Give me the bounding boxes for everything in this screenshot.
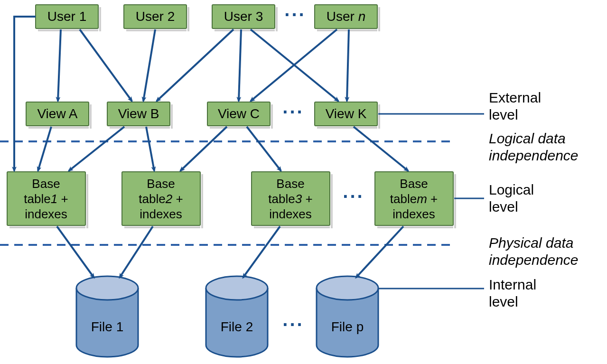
arrow-user3-viewc [239, 29, 241, 101]
svg-point-36 [76, 276, 138, 300]
physical-independence-label-1: Physical data [489, 235, 573, 251]
table-1-line2: table1 + [24, 192, 68, 206]
view-k-box: View K [315, 102, 380, 129]
logical-level-label-2: level [489, 199, 518, 215]
external-level-label-2: level [489, 107, 518, 122]
table-3-line3: indexes [269, 207, 312, 221]
svg-rect-5 [187, 7, 189, 31]
arrow-viewk-tablem [354, 127, 408, 171]
arrow-tablem-filep [356, 226, 403, 278]
svg-rect-17 [171, 104, 173, 129]
svg-rect-8 [276, 7, 278, 31]
view-a-label: View A [37, 106, 77, 121]
table-2-line3: indexes [140, 207, 182, 221]
arrow-viewb-table1 [69, 127, 124, 171]
arrow-user1-viewb [80, 29, 132, 101]
arrow-usern-viewk [347, 29, 349, 101]
arrow-viewc-table2 [180, 127, 227, 171]
svg-rect-28 [124, 226, 200, 228]
view-c-box: View C [207, 102, 273, 129]
table-1-line1: Base [32, 177, 60, 191]
svg-rect-13 [28, 127, 89, 129]
user-2-label: User 2 [136, 9, 175, 24]
table-2-line1: Base [147, 177, 175, 191]
svg-rect-22 [317, 127, 377, 129]
svg-rect-16 [110, 127, 170, 129]
file-p-cylinder: File p [317, 276, 378, 357]
user-1-box: User 1 [36, 5, 101, 31]
view-c-label: View C [218, 106, 260, 121]
svg-rect-34 [377, 226, 453, 228]
file-1-label: File 1 [91, 319, 123, 334]
svg-point-38 [317, 276, 378, 300]
arrow-table2-file1 [120, 226, 153, 278]
svg-rect-10 [317, 29, 377, 31]
base-table-m-box: Base tablem + indexes [375, 172, 456, 228]
file-2-cylinder: File 2 [206, 276, 268, 357]
dots-views: ··· [282, 102, 304, 122]
svg-rect-25 [9, 226, 85, 228]
svg-rect-11 [378, 7, 380, 31]
base-table-1-box: Base table1 + indexes [7, 172, 88, 228]
physical-independence-label-2: independence [489, 252, 579, 268]
arrow-table1-file1 [57, 226, 94, 278]
table-3-line2: table3 + [268, 192, 312, 206]
svg-point-37 [206, 276, 268, 300]
svg-rect-35 [454, 174, 456, 228]
file-2-label: File 2 [221, 319, 253, 334]
view-b-label: View B [118, 106, 159, 121]
internal-level-label-1: Internal [489, 277, 536, 292]
svg-rect-23 [378, 104, 380, 129]
view-b-box: View B [107, 102, 173, 129]
file-p-label: File p [331, 319, 364, 334]
user-3-label: User 3 [224, 9, 263, 24]
external-level-label-1: External [489, 90, 541, 105]
user-3-box: User 3 [212, 5, 278, 31]
svg-rect-1 [38, 29, 98, 31]
view-k-label: View K [326, 106, 367, 121]
table-3-line1: Base [276, 177, 304, 191]
file-1-cylinder: File 1 [76, 276, 138, 357]
dots-files: ··· [282, 314, 304, 335]
svg-rect-26 [86, 174, 88, 228]
user-1-label: User 1 [47, 9, 86, 24]
user-n-box: User n [315, 5, 380, 31]
arrow-user1-viewa [58, 29, 61, 101]
svg-rect-20 [271, 104, 273, 129]
svg-rect-19 [210, 127, 270, 129]
svg-rect-14 [90, 104, 92, 129]
internal-level-label-2: level [489, 294, 518, 309]
table-2-line2: table2 + [139, 192, 183, 206]
base-table-3-box: Base table3 + indexes [252, 172, 333, 228]
arrow-table3-file2 [243, 226, 280, 278]
table-m-line3: indexes [392, 207, 435, 221]
svg-rect-29 [201, 174, 203, 228]
logical-independence-label-2: independence [489, 148, 579, 163]
table-m-line1: Base [400, 177, 428, 191]
arrow-user2-viewb [143, 29, 155, 101]
logical-level-label-1: Logical [489, 182, 534, 197]
svg-rect-32 [331, 174, 333, 228]
arrow-user3-viewb [157, 29, 233, 101]
svg-rect-2 [99, 7, 101, 31]
svg-rect-4 [126, 29, 187, 31]
svg-rect-31 [254, 226, 330, 228]
dots-tables: ··· [343, 186, 364, 207]
user-2-box: User 2 [124, 5, 189, 31]
three-schema-diagram: User 1 User 2 User 3 ··· User n View A V… [0, 0, 607, 364]
svg-rect-7 [215, 29, 275, 31]
table-m-line2: tablem + [390, 192, 438, 206]
base-table-2-box: Base table2 + indexes [122, 172, 203, 228]
arrow-viewa-table1 [38, 127, 51, 171]
arrow-viewb-table2 [146, 127, 154, 171]
arrow-viewc-table3 [247, 127, 281, 171]
dots-users: ··· [284, 4, 306, 25]
view-a-box: View A [26, 102, 92, 129]
table-1-line3: indexes [25, 207, 67, 221]
logical-independence-label-1: Logical data [489, 131, 566, 146]
user-n-label: User n [327, 9, 365, 24]
